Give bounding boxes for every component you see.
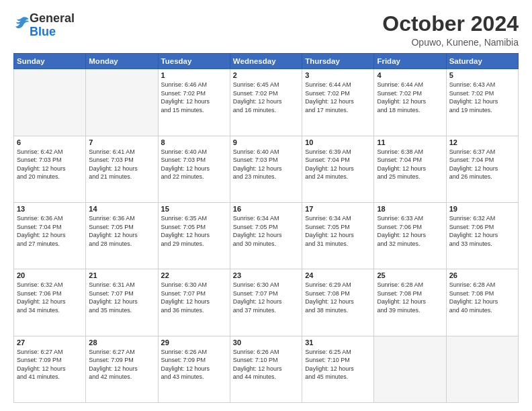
calendar-week-3: 13Sunrise: 6:36 AM Sunset: 7:04 PM Dayli… [14,202,519,269]
day-number: 27 [17,338,83,347]
day-number: 16 [233,205,299,213]
calendar-cell: 28Sunrise: 6:27 AM Sunset: 7:09 PM Dayli… [86,336,158,402]
calendar-cell: 15Sunrise: 6:35 AM Sunset: 7:05 PM Dayli… [158,202,230,269]
calendar-cell: 20Sunrise: 6:32 AM Sunset: 7:06 PM Dayli… [14,269,86,336]
weekday-header-row: SundayMondayTuesdayWednesdayThursdayFrid… [14,54,519,69]
header: General Blue October 2024 Opuwo, Kunene,… [13,12,519,48]
calendar-cell: 1Sunrise: 6:46 AM Sunset: 7:02 PM Daylig… [158,69,230,136]
calendar-week-4: 20Sunrise: 6:32 AM Sunset: 7:06 PM Dayli… [14,269,519,336]
calendar-cell: 29Sunrise: 6:26 AM Sunset: 7:09 PM Dayli… [158,336,230,402]
calendar-cell: 14Sunrise: 6:36 AM Sunset: 7:05 PM Dayli… [86,202,158,269]
calendar-cell: 16Sunrise: 6:34 AM Sunset: 7:05 PM Dayli… [230,202,302,269]
weekday-header-wednesday: Wednesday [230,54,302,69]
calendar-cell: 4Sunrise: 6:44 AM Sunset: 7:02 PM Daylig… [374,69,446,136]
cell-info: Sunrise: 6:36 AM Sunset: 7:05 PM Dayligh… [89,214,154,248]
day-number: 28 [89,338,154,347]
weekday-header-friday: Friday [374,54,446,69]
cell-info: Sunrise: 6:34 AM Sunset: 7:05 PM Dayligh… [305,214,371,248]
calendar-cell: 11Sunrise: 6:38 AM Sunset: 7:04 PM Dayli… [374,136,446,202]
month-year-title: October 2024 [382,12,519,36]
cell-info: Sunrise: 6:30 AM Sunset: 7:07 PM Dayligh… [233,281,299,314]
logo: General Blue [13,12,75,39]
calendar-cell [14,69,86,136]
calendar-cell: 23Sunrise: 6:30 AM Sunset: 7:07 PM Dayli… [230,269,302,336]
calendar-cell: 8Sunrise: 6:40 AM Sunset: 7:03 PM Daylig… [158,136,230,202]
calendar-cell: 2Sunrise: 6:45 AM Sunset: 7:02 PM Daylig… [230,69,302,136]
day-number: 10 [305,138,371,146]
day-number: 2 [233,71,299,79]
day-number: 6 [17,138,83,146]
calendar-cell: 10Sunrise: 6:39 AM Sunset: 7:04 PM Dayli… [302,136,374,202]
calendar-cell: 30Sunrise: 6:26 AM Sunset: 7:10 PM Dayli… [230,336,302,402]
cell-info: Sunrise: 6:28 AM Sunset: 7:08 PM Dayligh… [449,281,515,314]
day-number: 18 [377,205,443,213]
cell-info: Sunrise: 6:44 AM Sunset: 7:02 PM Dayligh… [305,81,371,114]
cell-info: Sunrise: 6:32 AM Sunset: 7:06 PM Dayligh… [17,281,83,314]
day-number: 20 [17,271,83,279]
calendar-cell: 27Sunrise: 6:27 AM Sunset: 7:09 PM Dayli… [14,336,86,402]
cell-info: Sunrise: 6:36 AM Sunset: 7:04 PM Dayligh… [17,214,83,248]
calendar-cell: 25Sunrise: 6:28 AM Sunset: 7:08 PM Dayli… [374,269,446,336]
calendar-cell: 12Sunrise: 6:37 AM Sunset: 7:04 PM Dayli… [446,136,518,202]
weekday-header-saturday: Saturday [446,54,518,69]
calendar-week-2: 6Sunrise: 6:42 AM Sunset: 7:03 PM Daylig… [14,136,519,202]
cell-info: Sunrise: 6:34 AM Sunset: 7:05 PM Dayligh… [233,214,299,248]
calendar-cell: 13Sunrise: 6:36 AM Sunset: 7:04 PM Dayli… [14,202,86,269]
day-number: 9 [233,138,299,146]
title-block: October 2024 Opuwo, Kunene, Namibia [382,12,519,48]
cell-info: Sunrise: 6:35 AM Sunset: 7:05 PM Dayligh… [161,214,227,248]
day-number: 3 [305,71,371,79]
cell-info: Sunrise: 6:45 AM Sunset: 7:02 PM Dayligh… [233,81,299,114]
calendar-cell: 18Sunrise: 6:33 AM Sunset: 7:06 PM Dayli… [374,202,446,269]
calendar-week-1: 1Sunrise: 6:46 AM Sunset: 7:02 PM Daylig… [14,69,519,136]
calendar-cell [86,69,158,136]
day-number: 17 [305,205,371,213]
day-number: 4 [377,71,443,79]
cell-info: Sunrise: 6:33 AM Sunset: 7:06 PM Dayligh… [377,214,443,248]
cell-info: Sunrise: 6:43 AM Sunset: 7:02 PM Dayligh… [449,81,515,114]
day-number: 30 [233,338,299,347]
logo-bird-icon [15,15,30,30]
calendar-cell: 17Sunrise: 6:34 AM Sunset: 7:05 PM Dayli… [302,202,374,269]
cell-info: Sunrise: 6:28 AM Sunset: 7:08 PM Dayligh… [377,281,443,314]
cell-info: Sunrise: 6:32 AM Sunset: 7:06 PM Dayligh… [449,214,515,248]
cell-info: Sunrise: 6:29 AM Sunset: 7:08 PM Dayligh… [305,281,371,314]
day-number: 13 [17,205,83,213]
cell-info: Sunrise: 6:46 AM Sunset: 7:02 PM Dayligh… [161,81,227,114]
calendar-cell [446,336,518,402]
calendar-cell: 22Sunrise: 6:30 AM Sunset: 7:07 PM Dayli… [158,269,230,336]
page: General Blue October 2024 Opuwo, Kunene,… [0,0,532,411]
calendar-cell: 24Sunrise: 6:29 AM Sunset: 7:08 PM Dayli… [302,269,374,336]
calendar-cell: 21Sunrise: 6:31 AM Sunset: 7:07 PM Dayli… [86,269,158,336]
weekday-header-thursday: Thursday [302,54,374,69]
day-number: 25 [377,271,443,279]
day-number: 24 [305,271,371,279]
cell-info: Sunrise: 6:27 AM Sunset: 7:09 PM Dayligh… [17,348,83,381]
location-subtitle: Opuwo, Kunene, Namibia [382,37,519,48]
cell-info: Sunrise: 6:26 AM Sunset: 7:10 PM Dayligh… [233,348,299,381]
day-number: 7 [89,138,154,146]
logo-general-text: General [30,11,75,25]
day-number: 5 [449,71,515,79]
logo-blue-text: Blue [30,25,56,38]
calendar-cell: 9Sunrise: 6:40 AM Sunset: 7:03 PM Daylig… [230,136,302,202]
day-number: 22 [161,271,227,279]
calendar-cell: 26Sunrise: 6:28 AM Sunset: 7:08 PM Dayli… [446,269,518,336]
cell-info: Sunrise: 6:30 AM Sunset: 7:07 PM Dayligh… [161,281,227,314]
calendar-table: SundayMondayTuesdayWednesdayThursdayFrid… [13,53,519,403]
cell-info: Sunrise: 6:41 AM Sunset: 7:03 PM Dayligh… [89,148,154,181]
cell-info: Sunrise: 6:25 AM Sunset: 7:10 PM Dayligh… [305,348,371,381]
day-number: 31 [305,338,371,347]
day-number: 21 [89,271,154,279]
day-number: 26 [449,271,515,279]
day-number: 29 [161,338,227,347]
cell-info: Sunrise: 6:40 AM Sunset: 7:03 PM Dayligh… [233,148,299,181]
day-number: 19 [449,205,515,213]
day-number: 14 [89,205,154,213]
day-number: 11 [377,138,443,146]
day-number: 1 [161,71,227,79]
cell-info: Sunrise: 6:44 AM Sunset: 7:02 PM Dayligh… [377,81,443,114]
cell-info: Sunrise: 6:38 AM Sunset: 7:04 PM Dayligh… [377,148,443,181]
calendar-cell: 7Sunrise: 6:41 AM Sunset: 7:03 PM Daylig… [86,136,158,202]
day-number: 15 [161,205,227,213]
